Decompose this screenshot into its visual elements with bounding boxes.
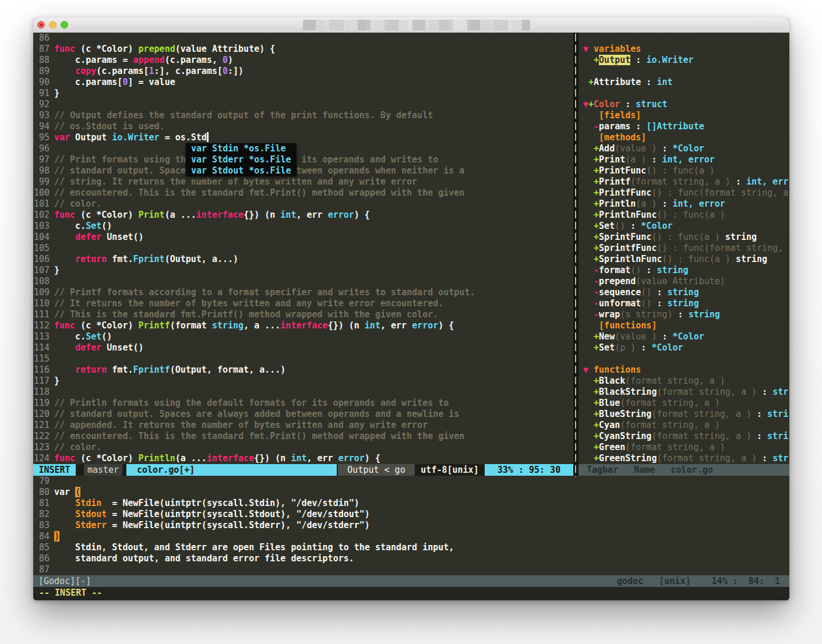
- tagbar-row[interactable]: +New(value ) : *Color: [578, 331, 789, 342]
- tagbar-row[interactable]: +GreenString(format string, a ) : str: [578, 453, 789, 464]
- code-segment: (): [615, 221, 625, 231]
- line-number: 122: [33, 431, 54, 442]
- code-segment: // Output defines the standard output of…: [54, 110, 433, 121]
- line-number: 88: [33, 55, 54, 66]
- code-segment: [583, 232, 594, 242]
- tagbar-row[interactable]: +Attribute : int: [578, 77, 789, 88]
- completion-item[interactable]: var Stderr *os.File: [186, 154, 297, 165]
- line-number: 92: [33, 99, 54, 110]
- tagbar-row[interactable]: -params : []Attribute: [578, 121, 789, 132]
- code-segment: (): [641, 287, 651, 298]
- code-segment: io.Writer: [112, 132, 159, 143]
- line-number: 84: [33, 531, 54, 542]
- line-number: 111: [33, 309, 54, 320]
- code-segment: (value Attribute) {: [175, 44, 276, 54]
- code-segment: var: [54, 132, 70, 143]
- tagbar-pane: ▼ variables +Output : io.Writer +Attribu…: [578, 33, 789, 464]
- code-segment: Set: [86, 331, 101, 342]
- tagbar-row[interactable]: +Set() : *Color: [578, 221, 789, 232]
- tagbar-row[interactable]: +Output : io.Writer: [578, 55, 789, 66]
- visibility-plus-icon: +: [594, 143, 599, 154]
- code-text: c.Set(): [54, 331, 112, 342]
- code-segment: // encountered. This is the standard fmt…: [54, 187, 464, 198]
- tagbar-row[interactable]: +SprintlnFunc() : func(a ) string: [578, 254, 789, 265]
- code-segment: ) {: [365, 453, 380, 463]
- visibility-plus-icon: +: [594, 420, 599, 430]
- code-segment: [583, 387, 594, 397]
- code-segment: :: [625, 221, 641, 231]
- tagbar-row[interactable]: -sequence() : string: [578, 287, 789, 298]
- minimize-button[interactable]: [49, 21, 57, 29]
- code-segment: string: [725, 232, 757, 242]
- code-segment: :: [646, 154, 662, 165]
- vim-editor: 8687func (c *Color) prepend(value Attrib…: [33, 33, 789, 600]
- vertical-split-separator[interactable]: [573, 33, 578, 476]
- tagbar-row[interactable]: ▼ variables: [578, 44, 789, 55]
- tagbar-row[interactable]: +Println(a ) : int, error: [578, 199, 789, 210]
- tagbar-row[interactable]: ▼+Color : struct: [578, 99, 789, 110]
- code-segment: *Color: [673, 331, 704, 342]
- tagbar-row[interactable]: +PrintFunc() : func(a ): [578, 165, 789, 176]
- code-segment: [583, 342, 594, 353]
- code-segment: [54, 342, 75, 353]
- completion-item[interactable]: var Stdout *os.File: [186, 165, 297, 176]
- code-segment: () : func(a ): [657, 210, 725, 220]
- code-segment: (c.params,: [165, 55, 223, 65]
- editor-line: 97// Print formats using the default for…: [33, 154, 573, 165]
- close-button[interactable]: [37, 21, 45, 29]
- code-segment: (s string): [620, 309, 672, 320]
- code-segment: (value Attribute): [636, 276, 725, 286]
- tagbar-row[interactable]: +Print(a ) : int, error: [578, 154, 789, 165]
- encoding-indicator: utf-8[unix]: [415, 464, 485, 476]
- tagbar-row[interactable]: +Blue(format string, a ): [578, 398, 789, 409]
- visibility-plus-icon: +: [594, 176, 599, 187]
- tagbar-row[interactable]: -wrap(s string) : string: [578, 309, 789, 320]
- tagbar-row[interactable]: +PrintlnFunc() : func(a ): [578, 210, 789, 221]
- editor-line: 112func (c *Color) Printf(format string,…: [33, 320, 573, 331]
- tagbar-row[interactable]: +BlackString(format string, a ) : str: [578, 387, 789, 398]
- code-segment: (format string, a ): [620, 420, 720, 430]
- code-segment: [583, 55, 594, 65]
- tagbar-row[interactable]: +Black(format string, a ): [578, 376, 789, 387]
- tagbar-row[interactable]: +Add(value ) : *Color: [578, 143, 789, 154]
- code-segment: [583, 453, 594, 463]
- editor-line: 93// Output defines the standard output …: [33, 110, 573, 121]
- tagbar-row[interactable]: [fields]: [578, 110, 789, 121]
- editor-line: 114 defer Unset(): [33, 342, 573, 353]
- tagbar-row[interactable]: +Green(format string, a ): [578, 442, 789, 453]
- code-text: }: [54, 88, 59, 99]
- tagbar-row[interactable]: +PrintfFunc() : func(format string, a: [578, 187, 789, 199]
- zoom-button[interactable]: [61, 21, 68, 29]
- completion-item[interactable]: var Stdin *os.File: [186, 143, 297, 154]
- tagbar-row[interactable]: +SprintfFunc() : func(format string,: [578, 243, 789, 254]
- code-segment: func: [54, 320, 80, 331]
- tagbar-row[interactable]: ▼ functions: [578, 365, 789, 376]
- tagbar-row[interactable]: [methods]: [578, 132, 789, 143]
- godoc-line: 81 Stdin = NewFile(uintptr(syscall.Stdin…: [33, 498, 789, 509]
- code-segment: [583, 221, 594, 231]
- tagbar-row[interactable]: -unformat() : string: [578, 298, 789, 309]
- code-segment: :: [620, 99, 636, 109]
- editor-line: 87func (c *Color) prepend(value Attribut…: [33, 44, 573, 55]
- tagbar-row[interactable]: -format() : string: [578, 265, 789, 276]
- text-cursor: [207, 132, 209, 142]
- tagbar-row[interactable]: +Cyan(format string, a ): [578, 420, 789, 431]
- line-number: 115: [33, 353, 54, 365]
- editor-line: 121// appended. It returns the number of…: [33, 420, 573, 431]
- tagbar-row[interactable]: +Set(p ) : *Color: [578, 342, 789, 353]
- tagbar-row[interactable]: -prepend(value Attribute): [578, 276, 789, 287]
- titlebar[interactable]: [33, 17, 789, 33]
- tagbar-row[interactable]: [functions]: [578, 320, 789, 331]
- terminal-vim-window: 8687func (c *Color) prepend(value Attrib…: [33, 17, 789, 600]
- tagbar-row[interactable]: +CyanString(format string, a ) : stri: [578, 431, 789, 442]
- line-number: 85: [33, 542, 54, 553]
- tagbar-row[interactable]: +BlueString(format string, a ) : stri: [578, 409, 789, 420]
- code-text: // standard output. Spaces are always ad…: [54, 409, 459, 420]
- visibility-minus-icon: -: [594, 276, 599, 286]
- code-segment: (format string, a ): [651, 431, 752, 441]
- tagbar-row[interactable]: +SprintFunc() : func(a ) string: [578, 232, 789, 243]
- tagbar-row[interactable]: +Printf(format string, a ) : int, err: [578, 176, 789, 187]
- code-segment: (c *Color): [80, 453, 138, 463]
- line-number: 91: [33, 88, 54, 99]
- code-segment: [583, 77, 588, 87]
